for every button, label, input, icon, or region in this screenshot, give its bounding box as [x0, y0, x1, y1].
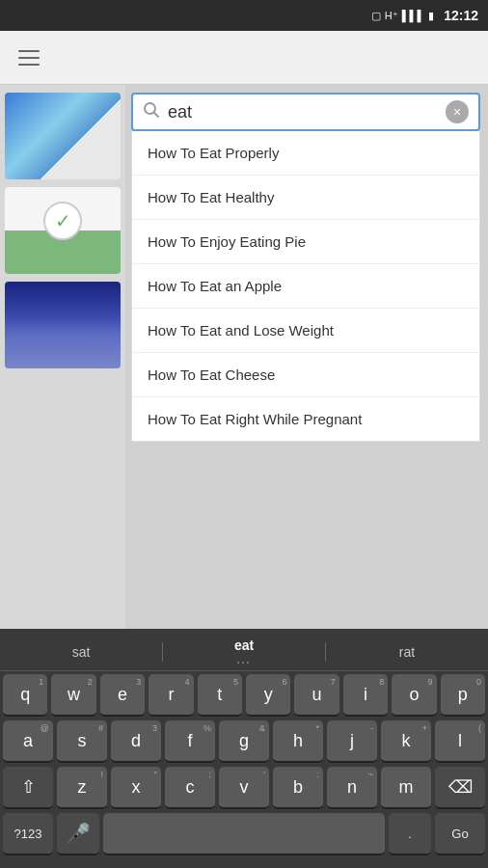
key-a[interactable]: @a [3, 720, 53, 763]
numeric-key[interactable]: ?123 [3, 813, 53, 855]
search-input[interactable]: eat [168, 102, 438, 122]
key-row-1: 1q 2w 3e 4r 5t 6y 7u 8i 9o 0p [3, 674, 485, 717]
svg-line-1 [154, 113, 159, 118]
hamburger-line-2 [18, 57, 40, 59]
key-c[interactable]: ;c [165, 767, 215, 809]
word-suggestion-rat[interactable]: rat [326, 637, 488, 667]
search-icon [143, 101, 160, 122]
key-l[interactable]: (l [435, 720, 485, 763]
key-k[interactable]: +k [381, 720, 431, 763]
hamburger-line-3 [18, 64, 40, 66]
mic-key[interactable]: 🎤 [57, 813, 99, 855]
word-suggestions-bar: sat eat ... rat [0, 633, 488, 671]
space-key[interactable] [103, 813, 385, 855]
key-p[interactable]: 0p [441, 674, 485, 717]
clock: 12:12 [444, 8, 478, 23]
key-e[interactable]: 3e [100, 674, 145, 717]
sim-icon: ▢ [371, 10, 381, 22]
battery-icon: ▮ [428, 10, 434, 22]
key-row-2: @a #s 3d %f &g *h -j +k (l [3, 720, 485, 763]
word-suggestion-sat[interactable]: sat [0, 637, 162, 667]
thumbnail-3[interactable] [5, 282, 121, 368]
search-overlay: eat × How To Eat ProperlyHow To Eat Heal… [123, 85, 488, 442]
key-r[interactable]: 4r [149, 674, 193, 717]
key-v[interactable]: 'v [219, 767, 269, 809]
search-bar[interactable]: eat × [131, 93, 480, 131]
key-i[interactable]: 8i [343, 674, 388, 717]
key-row-4: ?123 🎤 . Go [3, 813, 485, 855]
key-z[interactable]: !z [57, 767, 107, 809]
key-w[interactable]: 2w [51, 674, 95, 717]
key-rows: 1q 2w 3e 4r 5t 6y 7u 8i 9o 0p @a #s 3d %… [0, 671, 488, 862]
hamburger-button[interactable] [12, 41, 46, 75]
key-j[interactable]: -j [327, 720, 377, 763]
top-bar [0, 31, 488, 85]
key-g[interactable]: &g [219, 720, 269, 763]
key-d[interactable]: 3d [111, 720, 161, 763]
key-o[interactable]: 9o [392, 674, 436, 717]
period-key[interactable]: . [389, 813, 431, 855]
suggestion-item-5[interactable]: How To Eat Cheese [132, 353, 479, 397]
key-q[interactable]: 1q [3, 674, 47, 717]
key-row-3: ⇧ !z "x ;c 'v :b ~n m ⌫ [3, 767, 485, 809]
key-h[interactable]: *h [273, 720, 323, 763]
word-suggestion-eat[interactable]: eat ... [163, 630, 325, 673]
key-x[interactable]: "x [111, 767, 161, 809]
thumbnail-2[interactable]: ✓ [5, 187, 121, 274]
key-m[interactable]: m [381, 767, 431, 809]
key-f[interactable]: %f [165, 720, 215, 763]
search-clear-button[interactable]: × [446, 100, 469, 123]
key-s[interactable]: #s [57, 720, 107, 763]
backspace-key[interactable]: ⌫ [435, 767, 485, 809]
hamburger-line-1 [18, 50, 40, 52]
suggestions-list: How To Eat ProperlyHow To Eat HealthyHow… [131, 131, 480, 442]
suggestion-item-1[interactable]: How To Eat Healthy [132, 176, 479, 220]
keyboard[interactable]: sat eat ... rat 1q 2w 3e 4r 5t 6y 7u 8i … [0, 629, 488, 868]
mic-icon: 🎤 [67, 822, 91, 845]
key-n[interactable]: ~n [327, 767, 377, 809]
thumbnail-1[interactable] [5, 93, 121, 179]
suggestion-item-3[interactable]: How To Eat an Apple [132, 264, 479, 309]
network-icon: H⁺ [385, 10, 398, 22]
suggestion-item-6[interactable]: How To Eat Right While Pregnant [132, 397, 479, 441]
suggestion-item-0[interactable]: How To Eat Properly [132, 131, 479, 176]
status-bar: ▢ H⁺ ▌▌▌ ▮ 12:12 [0, 0, 488, 31]
key-b[interactable]: :b [273, 767, 323, 809]
status-icons: ▢ H⁺ ▌▌▌ ▮ [371, 10, 434, 22]
suggestion-item-2[interactable]: How To Enjoy Eating Pie [132, 220, 479, 264]
go-key[interactable]: Go [435, 813, 485, 855]
signal-icon: ▌▌▌ [402, 10, 424, 21]
key-t[interactable]: 5t [198, 674, 242, 717]
suggestion-item-4[interactable]: How To Eat and Lose Weight [132, 309, 479, 353]
shift-key[interactable]: ⇧ [3, 767, 53, 809]
key-u[interactable]: 7u [294, 674, 339, 717]
check-icon: ✓ [43, 202, 82, 240]
key-y[interactable]: 6y [246, 674, 290, 717]
